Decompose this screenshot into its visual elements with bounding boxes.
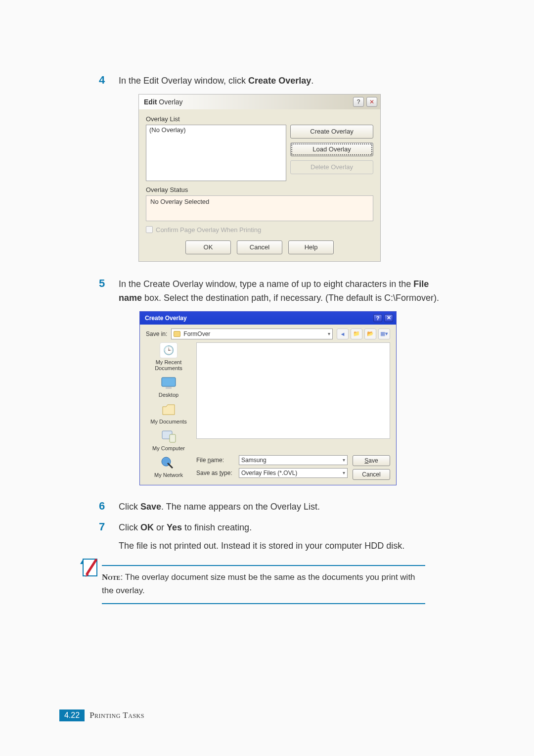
chevron-down-icon: ▾ bbox=[343, 457, 345, 463]
step-text: In the Create Overlay window, type a nam… bbox=[119, 278, 450, 305]
load-overlay-button[interactable]: Load Overlay bbox=[290, 142, 373, 156]
overlay-status-text: No Overlay Selected bbox=[150, 198, 369, 205]
edit-overlay-body: Overlay List (No Overlay) Create Overlay… bbox=[139, 109, 380, 261]
step-text: Click Save. The name appears on the Over… bbox=[119, 500, 450, 514]
step-number: 5 bbox=[99, 278, 119, 289]
my-documents-label: My Documents bbox=[150, 419, 186, 425]
my-network-label: My Network bbox=[154, 472, 183, 478]
note-text: : The overlay document size must be the … bbox=[102, 572, 415, 595]
step-5: 5 In the Create Overlay window, type a n… bbox=[99, 278, 450, 305]
step-number: 6 bbox=[99, 500, 119, 512]
step-6-pre: Click bbox=[119, 502, 140, 512]
ok-button[interactable]: OK bbox=[185, 240, 231, 254]
recent-docs-icon: 🕒 bbox=[160, 342, 178, 358]
desktop-label: Desktop bbox=[159, 392, 178, 398]
create-main-row: 🕒 My Recent Documents Desktop bbox=[146, 342, 390, 451]
overlay-status-box: No Overlay Selected bbox=[146, 195, 373, 221]
overlay-list[interactable]: (No Overlay) bbox=[146, 125, 286, 181]
save-in-label: Save in: bbox=[146, 331, 167, 337]
save-in-dropdown[interactable]: FormOver ▾ bbox=[171, 329, 333, 339]
edit-overlay-title-word: Overlay bbox=[159, 98, 182, 106]
step-number: 7 bbox=[99, 521, 119, 533]
step-7-pre: Click bbox=[119, 522, 140, 532]
overlay-list-item[interactable]: (No Overlay) bbox=[149, 126, 283, 134]
create-actions: Save Cancel bbox=[353, 455, 390, 480]
section-title: Printing Tasks bbox=[89, 710, 144, 720]
file-area[interactable] bbox=[196, 342, 390, 439]
save-button[interactable]: Save bbox=[353, 455, 390, 466]
note-label: Note bbox=[102, 572, 121, 582]
help-button[interactable]: Help bbox=[288, 240, 334, 254]
overlay-list-label: Overlay List bbox=[146, 115, 373, 123]
save-as-type-label: Save as type: bbox=[196, 470, 235, 476]
create-titlebar-buttons: ? ✕ bbox=[373, 314, 393, 322]
edit-overlay-title: Edit Overlay bbox=[144, 98, 183, 106]
close-titlebar-button[interactable]: ✕ bbox=[366, 97, 377, 107]
my-recent-documents[interactable]: 🕒 My Recent Documents bbox=[146, 342, 191, 371]
step-7: 7 Click OK or Yes to finish creating. bbox=[99, 521, 450, 535]
note-body: Note: The overlay document size must be … bbox=[102, 565, 425, 604]
save-as-type-row: Save as type: Overlay Files (*.OVL) ▾ bbox=[196, 468, 348, 478]
overlay-status-label: Overlay Status bbox=[146, 186, 373, 193]
folder-icon bbox=[174, 331, 180, 337]
back-button[interactable]: ◄ bbox=[337, 329, 349, 339]
help-titlebar-button[interactable]: ? bbox=[373, 314, 382, 322]
file-name-row: File name: Samsung ▾ bbox=[196, 455, 348, 465]
page-number-badge: 4.22 bbox=[59, 709, 85, 721]
cancel-button[interactable]: Cancel bbox=[237, 240, 282, 254]
save-in-tool-buttons: ◄ 📁 📂 ▦▾ bbox=[337, 329, 390, 339]
my-computer-label: My Computer bbox=[152, 445, 185, 451]
confirm-page-overlay-check: Confirm Page Overlay When Printing bbox=[146, 226, 373, 234]
save-in-value: FormOver bbox=[183, 331, 210, 337]
file-fields: File name: Samsung ▾ Save as type: Overl… bbox=[196, 455, 348, 478]
step-text: In the Edit Overlay window, click Create… bbox=[119, 74, 450, 88]
overlay-buttons: Create Overlay Load Overlay Delete Overl… bbox=[290, 125, 373, 181]
my-computer-icon bbox=[160, 428, 178, 444]
step-7-post: to finish creating. bbox=[182, 522, 252, 532]
save-as-type-value: Overlay Files (*.OVL) bbox=[241, 470, 297, 476]
create-overlay-titlebar: Create Overlay ? ✕ bbox=[140, 312, 396, 325]
step-7-bold2: Yes bbox=[167, 522, 182, 532]
places-bar: 🕒 My Recent Documents Desktop bbox=[146, 342, 191, 451]
my-documents[interactable]: My Documents bbox=[150, 402, 186, 425]
page-footer: 4.22 Printing Tasks bbox=[59, 709, 144, 721]
my-documents-icon bbox=[160, 402, 178, 418]
close-titlebar-button[interactable]: ✕ bbox=[384, 314, 393, 322]
step-6-post: . The name appears on the Overlay List. bbox=[161, 502, 320, 512]
step-5-post: box. Select the destination path, if nec… bbox=[142, 293, 439, 303]
titlebar-buttons: ? ✕ bbox=[353, 97, 377, 107]
overlay-list-row: (No Overlay) Create Overlay Load Overlay… bbox=[146, 125, 373, 181]
help-titlebar-button[interactable]: ? bbox=[353, 97, 364, 107]
up-one-level-button[interactable]: 📁 bbox=[351, 329, 362, 339]
step-6-bold: Save bbox=[140, 502, 161, 512]
file-name-value: Samsung bbox=[241, 457, 267, 464]
my-computer[interactable]: My Computer bbox=[152, 428, 185, 451]
edit-overlay-dialog: Edit Overlay ? ✕ Overlay List (No Overla… bbox=[138, 94, 381, 262]
svg-rect-0 bbox=[162, 378, 176, 386]
desktop[interactable]: Desktop bbox=[159, 375, 178, 398]
step-number: 4 bbox=[99, 74, 119, 86]
new-folder-button[interactable]: 📂 bbox=[364, 329, 376, 339]
svg-rect-3 bbox=[170, 434, 176, 442]
my-network-icon bbox=[160, 455, 178, 471]
my-network[interactable]: My Network bbox=[146, 455, 191, 478]
create-cancel-button[interactable]: Cancel bbox=[353, 469, 390, 480]
step-text: Click OK or Yes to finish creating. bbox=[119, 521, 450, 535]
file-name-input[interactable]: Samsung ▾ bbox=[239, 455, 348, 465]
delete-overlay-button: Delete Overlay bbox=[290, 160, 373, 174]
step-7-mid: or bbox=[154, 522, 167, 532]
chevron-down-icon: ▾ bbox=[328, 331, 330, 336]
save-in-row: Save in: FormOver ▾ ◄ 📁 📂 ▦▾ bbox=[146, 329, 390, 339]
note-icon bbox=[79, 556, 102, 579]
step-4: 4 In the Edit Overlay window, click Crea… bbox=[99, 74, 450, 88]
confirm-label: Confirm Page Overlay When Printing bbox=[156, 226, 261, 234]
svg-rect-1 bbox=[166, 387, 172, 389]
views-button[interactable]: ▦▾ bbox=[378, 329, 390, 339]
create-overlay-dialog: Create Overlay ? ✕ Save in: FormOver ▾ ◄ bbox=[139, 311, 397, 485]
recent-label: My Recent Documents bbox=[146, 359, 191, 371]
step-4-pre: In the Edit Overlay window, click bbox=[119, 76, 248, 86]
save-as-type-dropdown[interactable]: Overlay Files (*.OVL) ▾ bbox=[239, 468, 348, 478]
create-overlay-button[interactable]: Create Overlay bbox=[290, 125, 373, 139]
body-paragraph: The file is not printed out. Instead it … bbox=[119, 539, 450, 553]
note-block: Note: The overlay document size must be … bbox=[79, 565, 425, 604]
